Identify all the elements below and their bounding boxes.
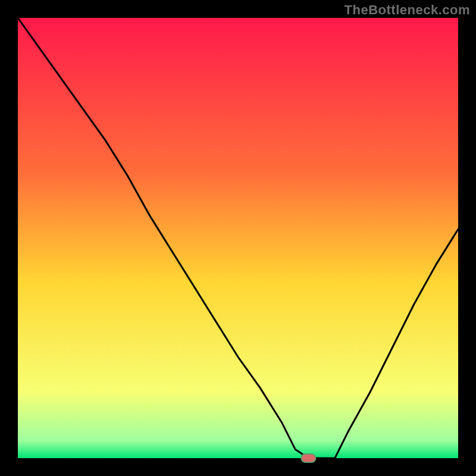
optimum-marker [301, 454, 315, 462]
bottleneck-chart: TheBottleneck.com [0, 0, 476, 476]
chart-svg [0, 0, 476, 476]
plot-area [18, 18, 458, 458]
watermark: TheBottleneck.com [345, 2, 470, 18]
